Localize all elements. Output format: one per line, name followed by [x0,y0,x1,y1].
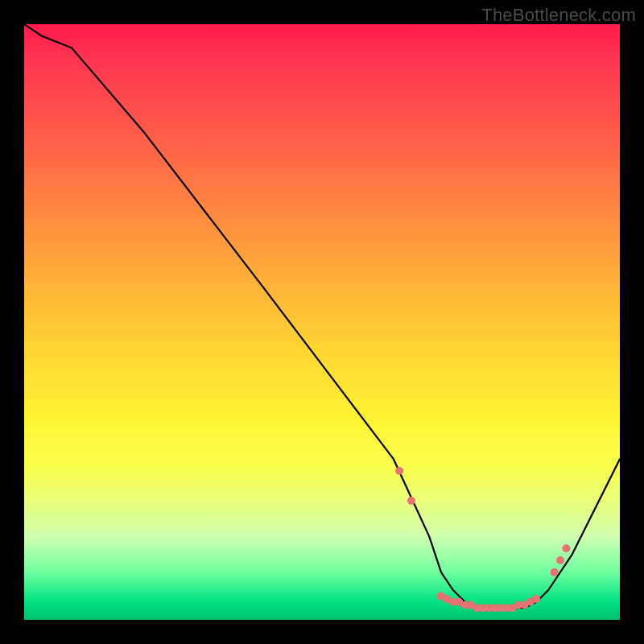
marker-dot [521,601,529,609]
marker-dot [467,601,475,609]
marker-dot [437,592,445,600]
marker-dot [485,604,493,612]
marker-dot [562,544,570,552]
bottleneck-curve [24,24,620,620]
marker-dot [491,604,499,612]
marker-dot [509,604,517,612]
marker-dot [502,604,510,612]
marker-dot [455,598,463,606]
marker-dot [526,598,535,606]
marker-dot [461,601,469,609]
plot-area [24,24,620,620]
marker-dot [514,601,522,609]
marker-dot [395,467,403,475]
chart-frame: TheBottleneck.com [0,0,644,644]
marker-dot [407,497,415,505]
marker-dot [449,598,457,606]
marker-dot [443,595,451,603]
marker-dot [556,556,564,564]
marker-dot [473,604,481,612]
marker-dot [551,568,559,576]
watermark-text: TheBottleneck.com [481,5,636,26]
marker-dot [479,604,487,612]
marker-dot [497,604,505,612]
marker-dot [532,595,540,603]
